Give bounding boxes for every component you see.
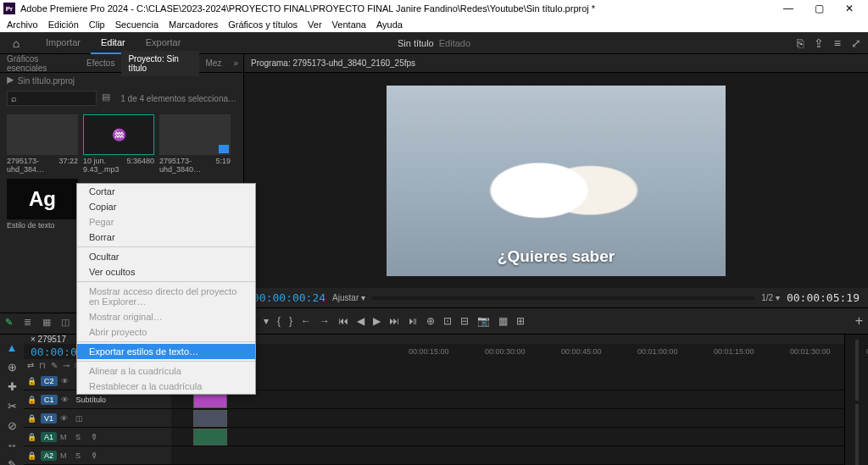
track-toggle-icon[interactable]: M <box>60 433 72 441</box>
list-view-icon[interactable]: ≣ <box>24 317 37 330</box>
clip[interactable] <box>193 410 227 427</box>
track-toggle-icon[interactable]: 👁 <box>60 414 72 423</box>
panel-tab[interactable]: Proyecto: Sin título <box>121 51 198 76</box>
transport-button-10[interactable]: ⏯ <box>408 315 418 327</box>
tool-6[interactable]: ✎ <box>5 458 19 465</box>
menu-archivo[interactable]: Archivo <box>7 19 38 30</box>
tool-3[interactable]: ✂ <box>5 400 19 412</box>
timeline-ctrl-0[interactable]: ⇄ <box>27 361 34 370</box>
track-toggle-icon[interactable]: ◫ <box>75 414 87 423</box>
context-menu-item[interactable]: Ocultar <box>77 249 255 264</box>
add-button-icon[interactable]: + <box>855 313 863 329</box>
transport-button-8[interactable]: ▶ <box>373 315 381 327</box>
panel-tab[interactable]: Gráficos esenciales <box>0 51 80 76</box>
transport-button-6[interactable]: ⏮ <box>338 315 348 327</box>
fit-dropdown[interactable]: Ajustar ▾ <box>332 293 365 302</box>
breadcrumb-chevron-icon[interactable]: ⯈ <box>7 76 18 86</box>
track-toggle-icon[interactable]: 🎙 <box>91 451 103 460</box>
bin-item[interactable]: 2795173-uhd_3840…5:19 <box>159 114 231 174</box>
bin-item[interactable]: AgEstilo de texto <box>7 179 78 230</box>
menu-ayuda[interactable]: Ayuda <box>376 19 403 30</box>
context-menu-item[interactable]: Cortar <box>77 184 255 199</box>
tool-4[interactable]: ⊘ <box>5 419 19 432</box>
home-icon[interactable]: ⌂ <box>7 34 25 53</box>
menu-gráficos y títulos[interactable]: Gráficos y títulos <box>228 19 298 30</box>
timeline-ctrl-1[interactable]: ⊓ <box>39 361 46 370</box>
context-menu-item[interactable]: Borrar <box>77 230 255 245</box>
transport-button-9[interactable]: ⏭ <box>389 315 399 327</box>
menu-edición[interactable]: Edición <box>48 19 79 30</box>
workspace-icon-3[interactable]: ⤢ <box>851 36 861 50</box>
maximize-button[interactable]: ▢ <box>804 0 834 17</box>
transport-button-16[interactable]: ⊞ <box>516 315 525 327</box>
bin-item[interactable]: ♒10 jun. 9.43_.mp35:36480 <box>83 114 154 174</box>
transport-button-15[interactable]: ▦ <box>498 315 508 327</box>
tool-5[interactable]: ↔ <box>5 439 19 451</box>
project-search-input[interactable]: ⌕ <box>7 91 97 106</box>
transport-button-13[interactable]: ⊟ <box>460 315 469 327</box>
bin-thumbnail[interactable]: Ag <box>7 179 78 219</box>
track-toggle-icon[interactable]: M <box>60 451 72 460</box>
tool-1[interactable]: ⊕ <box>5 361 19 374</box>
track-body[interactable] <box>171 390 844 408</box>
new-bin-icon[interactable]: ▤ <box>102 91 115 105</box>
close-button[interactable]: ✕ <box>834 0 865 17</box>
track-body[interactable] <box>171 428 844 446</box>
lock-icon[interactable]: 🔒 <box>27 451 37 460</box>
lock-icon[interactable]: 🔒 <box>27 433 37 441</box>
transport-button-5[interactable]: → <box>320 315 330 327</box>
track-tag[interactable]: A2 <box>41 451 57 461</box>
menu-ver[interactable]: Ver <box>308 19 322 30</box>
bin-thumbnail[interactable] <box>159 114 231 155</box>
menu-marcadores[interactable]: Marcadores <box>169 19 218 30</box>
track-body[interactable] <box>171 409 844 427</box>
minimize-button[interactable]: — <box>773 0 804 17</box>
track-tag[interactable]: C1 <box>41 395 58 405</box>
transport-button-7[interactable]: ◀ <box>357 315 364 327</box>
track-toggle-icon[interactable]: S <box>75 433 87 441</box>
track-header[interactable]: 🔒A2MS🎙 <box>24 446 171 464</box>
menu-secuencia[interactable]: Secuencia <box>115 19 159 30</box>
transport-button-4[interactable]: ← <box>301 315 311 327</box>
sequence-tab[interactable]: × 279517 <box>31 335 66 344</box>
transport-button-1[interactable]: ▾ <box>264 315 269 327</box>
bin-thumbnail[interactable]: ♒ <box>83 114 154 155</box>
tool-2[interactable]: ✚ <box>5 380 19 393</box>
transport-button-11[interactable]: ⊕ <box>426 315 435 327</box>
clip[interactable] <box>193 429 227 446</box>
menu-clip[interactable]: Clip <box>89 19 105 30</box>
context-menu-item[interactable]: Exportar estilos de texto… <box>77 344 255 359</box>
panel-tab[interactable]: Efectos <box>80 55 121 71</box>
panel-tab[interactable]: Mez <box>199 55 229 71</box>
workspace-icon-2[interactable]: ≡ <box>834 36 841 50</box>
track-tag[interactable]: A1 <box>41 432 57 442</box>
program-timecode-left[interactable]: 00:00:00:24 <box>253 291 326 304</box>
context-menu-item[interactable]: Copiar <box>77 199 255 214</box>
track-toggle-icon[interactable]: 🎙 <box>91 433 103 441</box>
lock-icon[interactable]: 🔒 <box>27 377 37 385</box>
track-toggle-icon[interactable]: 👁 <box>61 377 73 385</box>
resolution-dropdown[interactable]: 1/2 ▾ <box>761 293 780 302</box>
timeline-ctrl-3[interactable]: ⊸ <box>63 361 70 370</box>
track-tag[interactable]: V1 <box>41 413 57 423</box>
track-body[interactable] <box>171 446 844 464</box>
track-body[interactable] <box>171 372 844 390</box>
icon-view-icon[interactable]: ▦ <box>42 317 56 330</box>
track-header[interactable]: 🔒V1👁◫ <box>24 409 171 427</box>
bin-thumbnail[interactable] <box>7 114 78 155</box>
tool-0[interactable]: ▲ <box>5 341 19 354</box>
transport-button-2[interactable]: { <box>277 315 281 327</box>
track-header[interactable]: 🔒A1MS🎙 <box>24 428 171 446</box>
menu-ventana[interactable]: Ventana <box>332 19 366 30</box>
transport-button-3[interactable]: } <box>289 315 292 327</box>
pencil-icon[interactable]: ✎ <box>5 317 19 330</box>
workspace-icon-0[interactable]: ⎘ <box>797 36 804 50</box>
program-monitor-video[interactable]: ¿Quieres saber <box>387 86 726 276</box>
freeform-view-icon[interactable]: ◫ <box>61 317 75 330</box>
transport-button-12[interactable]: ⊡ <box>443 315 452 327</box>
track-toggle-icon[interactable]: S <box>75 451 87 460</box>
workspace-icon-1[interactable]: ⇪ <box>814 36 824 50</box>
program-scrubber[interactable] <box>372 296 754 300</box>
track-toggle-icon[interactable]: 👁 <box>61 396 73 404</box>
bin-item[interactable]: 2795173-uhd_384…37:22 <box>7 114 78 174</box>
